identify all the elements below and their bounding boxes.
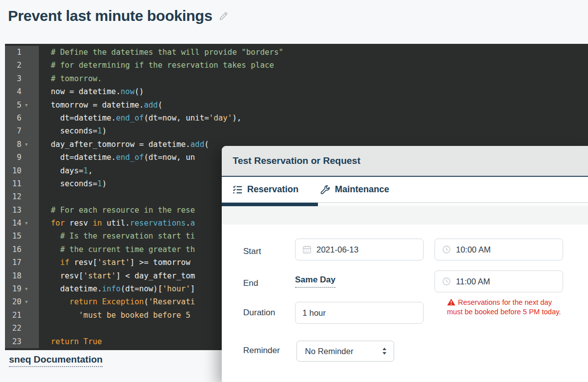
select-caret-icon <box>382 347 387 355</box>
line-number-gutter: 17 <box>5 256 39 269</box>
line-number-gutter: 18 <box>5 269 39 282</box>
code-text: datetime.info(dt=now)['hour'] <box>39 282 195 295</box>
line-number: 14 <box>5 217 21 230</box>
code-text: now = datetime.now() <box>39 85 144 98</box>
line-number-gutter: 23 <box>5 335 39 348</box>
line-number: 22 <box>5 322 21 335</box>
tab-label: Maintenance <box>335 184 389 195</box>
end-label: End <box>243 277 258 289</box>
fold-spacer <box>21 204 39 217</box>
page-title: Prevent last minute bookings <box>8 7 212 24</box>
code-line: 7 seconds=1) <box>5 125 588 137</box>
code-text: # Define the datetimes that will provide… <box>39 46 284 59</box>
line-number: 18 <box>5 269 21 282</box>
line-number: 23 <box>5 335 21 348</box>
page-header: Prevent last minute bookings <box>8 7 229 24</box>
code-text: 'must be booked before 5 <box>39 309 190 322</box>
line-number-gutter: 4 <box>5 85 39 98</box>
fold-spacer <box>21 309 39 322</box>
line-number-gutter: 14▼ <box>5 217 39 230</box>
end-time-value: 11:00 AM <box>456 277 490 286</box>
line-number: 15 <box>5 230 21 243</box>
code-text: tomorrow = datetime.add( <box>39 99 162 112</box>
start-date-input[interactable]: 2021-06-13 <box>295 239 424 260</box>
tab-maintenance[interactable]: Maintenance <box>320 184 389 195</box>
line-number-gutter: 9 <box>5 151 39 164</box>
code-line: 5▼tomorrow = datetime.add( <box>5 99 588 112</box>
line-number: 20 <box>5 295 21 308</box>
line-number: 9 <box>5 151 21 164</box>
fold-arrow-icon[interactable]: ▼ <box>21 138 39 151</box>
duration-input[interactable]: 1 hour <box>295 302 424 324</box>
line-number: 12 <box>5 190 21 203</box>
line-number-gutter: 6 <box>5 112 39 125</box>
line-number-gutter: 20▼ <box>5 295 39 308</box>
line-number: 13 <box>5 204 21 217</box>
fold-spacer <box>21 164 39 177</box>
end-time-input[interactable]: 11:00 AM <box>435 270 563 292</box>
code-line: 2# for determining if the reservation ta… <box>5 59 588 72</box>
warning-triangle-icon <box>447 298 455 306</box>
code-text: dt=datetime.end_of(dt=now, unit='day'), <box>39 112 242 125</box>
fold-spacer <box>21 85 39 98</box>
line-number: 5 <box>5 99 21 112</box>
reservation-form: Start 2021-06-13 10:00 AM End Same Day <box>222 225 588 382</box>
reminder-value: No Reminder <box>305 347 353 356</box>
fold-arrow-icon[interactable]: ▼ <box>21 217 39 230</box>
fold-spacer <box>21 112 39 125</box>
line-number: 4 <box>5 85 21 98</box>
tab-label: Reservation <box>247 184 298 195</box>
active-tab-indicator <box>222 203 318 206</box>
clock-icon <box>442 245 451 254</box>
duration-value: 1 hour <box>302 308 326 318</box>
line-number-gutter: 7 <box>5 125 39 137</box>
error-message: Reservations for the next day must be bo… <box>447 298 564 317</box>
code-text: # For each resource in the rese <box>39 204 195 217</box>
code-text: # tomorrow. <box>39 72 102 85</box>
fold-spacer <box>21 59 39 72</box>
fold-spacer <box>21 177 39 190</box>
code-text: seconds=1) <box>39 125 107 137</box>
start-date-value: 2021-06-13 <box>316 245 358 255</box>
fold-arrow-icon[interactable]: ▼ <box>21 295 39 308</box>
fold-arrow-icon[interactable]: ▼ <box>21 282 39 295</box>
fold-spacer <box>21 243 39 256</box>
fold-arrow-icon[interactable]: ▼ <box>21 99 39 112</box>
line-number-gutter: 13 <box>5 204 39 217</box>
edit-title-icon[interactable] <box>218 11 229 23</box>
start-time-input[interactable]: 10:00 AM <box>435 239 563 260</box>
wrench-icon <box>320 185 330 195</box>
line-number: 10 <box>5 164 21 177</box>
fold-spacer <box>21 151 39 164</box>
line-number-gutter: 2 <box>5 59 39 72</box>
code-text: # the current time greater th <box>39 243 195 256</box>
start-label: Start <box>243 246 261 257</box>
code-text: # Is the reservation start ti <box>39 230 195 243</box>
line-number-gutter: 21 <box>5 309 39 322</box>
modal-header: Test Reservation or Request <box>222 146 588 177</box>
tab-bar: ReservationMaintenance <box>222 177 588 203</box>
line-number-gutter: 10 <box>5 164 39 177</box>
start-time-value: 10:00 AM <box>456 245 491 255</box>
tab-reservation[interactable]: Reservation <box>233 184 298 195</box>
reminder-select[interactable]: No Reminder <box>296 341 394 362</box>
fold-spacer <box>21 322 39 335</box>
line-number: 1 <box>5 46 21 59</box>
checklist-icon <box>233 185 243 195</box>
fold-spacer <box>21 256 39 269</box>
line-number: 8 <box>5 138 21 151</box>
line-number-gutter: 22 <box>5 322 39 335</box>
reminder-label: Reminder <box>243 345 280 357</box>
fold-spacer <box>21 46 39 59</box>
same-day-badge[interactable]: Same Day <box>295 275 335 288</box>
error-text: Reservations for the next day must be bo… <box>447 298 561 316</box>
code-line: 4now = datetime.now() <box>5 85 588 98</box>
modal-title: Test Reservation or Request <box>233 155 360 166</box>
line-number-gutter: 12 <box>5 190 39 203</box>
line-number: 19 <box>5 282 21 295</box>
line-number-gutter: 11 <box>5 177 39 190</box>
line-number: 11 <box>5 177 21 190</box>
line-number-gutter: 19▼ <box>5 282 39 295</box>
line-number: 2 <box>5 59 21 72</box>
documentation-link[interactable]: sneq Documentation <box>9 354 103 367</box>
